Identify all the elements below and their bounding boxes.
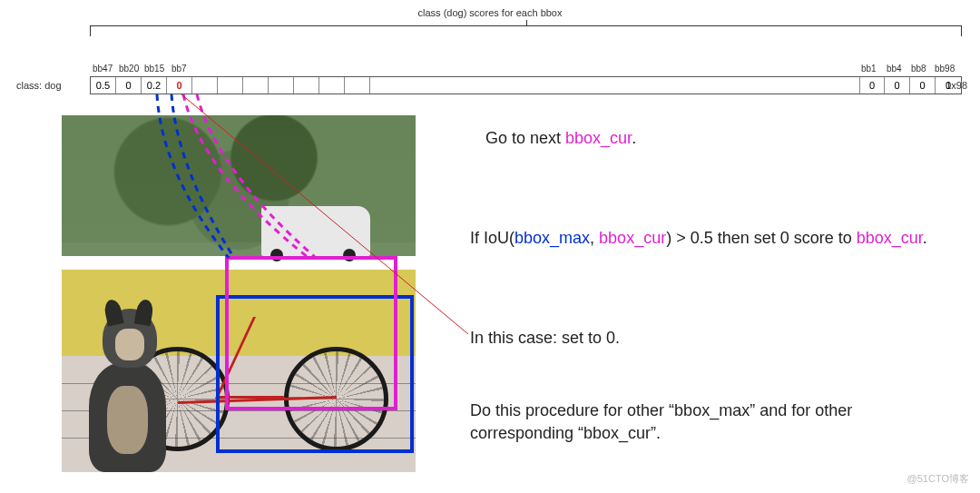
score-cell: 0	[910, 77, 936, 94]
score-cell-current: 0	[167, 77, 192, 94]
instruction-line-2: If IoU(bbox_max, bbox_cur) > 0.5 then se…	[470, 227, 951, 250]
bbox-label: bb8	[911, 64, 926, 74]
bbox-label: bb7	[172, 64, 187, 74]
top-bracket	[90, 20, 962, 36]
instruction-line-3: In this case: set to 0.	[470, 327, 620, 350]
instruction-line-4: Do this procedure for other “bbox_max” a…	[470, 399, 942, 445]
bbox-label: bb20	[119, 64, 139, 74]
score-cell: 0	[116, 77, 142, 94]
dog-illustration	[80, 291, 198, 472]
bbox-label: bb4	[887, 64, 902, 74]
score-cell: 0	[885, 77, 910, 94]
bbox-label: bb47	[93, 64, 113, 74]
watermark: @51CTO博客	[907, 472, 969, 486]
score-cell: 0	[859, 77, 885, 94]
class-label: class: dog	[16, 80, 62, 91]
score-cell: 0	[936, 77, 961, 94]
diagram-title: class (dog) scores for each bbox	[418, 7, 563, 18]
bbox-label: bb98	[935, 64, 955, 74]
bbox-cur-rect	[225, 256, 397, 410]
bbox-label: bb1	[861, 64, 877, 74]
score-cell: 0.2	[142, 77, 167, 94]
score-cell: 0.5	[91, 77, 116, 94]
instruction-line-1: Go to next bbox_cur.	[485, 127, 636, 150]
score-row: 0.5 0 0.2 0 0 0 0 0	[90, 76, 962, 94]
bbox-label: bb15	[144, 64, 164, 74]
